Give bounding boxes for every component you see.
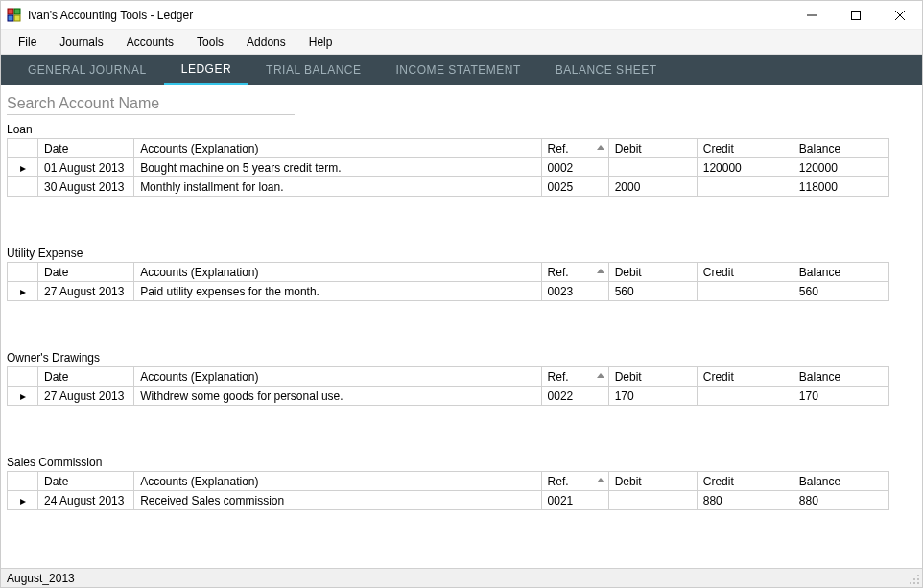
column-header-row[interactable]	[8, 263, 38, 282]
cell-credit[interactable]	[697, 177, 793, 197]
tab-balance-sheet[interactable]: BALANCE SHEET	[538, 55, 674, 85]
svg-point-13	[913, 578, 915, 580]
cell-credit[interactable]	[697, 282, 793, 301]
svg-rect-0	[8, 9, 13, 14]
cell-credit[interactable]: 120000	[697, 158, 793, 177]
menu-tools[interactable]: Tools	[185, 32, 235, 53]
column-header-ref[interactable]: Ref.	[541, 367, 608, 387]
column-header-credit[interactable]: Credit	[697, 367, 793, 387]
column-header-balance[interactable]: Balance	[793, 367, 888, 387]
cell-ref[interactable]: 0022	[541, 387, 608, 406]
column-header-explanation[interactable]: Accounts (Explanation)	[134, 367, 541, 387]
column-header-debit[interactable]: Debit	[608, 472, 697, 491]
account-section: Utility ExpenseDateAccounts (Explanation…	[7, 245, 922, 301]
cell-balance[interactable]: 118000	[793, 177, 888, 197]
cell-debit[interactable]	[608, 491, 697, 510]
column-header-balance[interactable]: Balance	[793, 263, 888, 282]
column-header-explanation[interactable]: Accounts (Explanation)	[134, 472, 541, 491]
column-header-balance[interactable]: Balance	[793, 139, 888, 158]
minimize-button[interactable]	[790, 1, 834, 30]
ledger-table[interactable]: DateAccounts (Explanation)Ref.DebitCredi…	[7, 471, 889, 510]
cell-ref[interactable]: 0023	[541, 282, 608, 301]
row-indicator-icon[interactable]: ▸	[8, 387, 38, 406]
column-header-date[interactable]: Date	[38, 263, 134, 282]
cell-explanation[interactable]: Bought machine on 5 years credit term.	[134, 158, 541, 177]
cell-debit[interactable]	[608, 158, 697, 177]
tab-trial-balance[interactable]: TRIAL BALANCE	[248, 55, 378, 85]
tab-general-journal[interactable]: GENERAL JOURNAL	[11, 55, 164, 85]
table-row[interactable]: ▸24 August 2013Received Sales commission…	[8, 491, 889, 510]
cell-balance[interactable]: 120000	[793, 158, 888, 177]
table-row[interactable]: 30 August 2013Monthly installment for lo…	[8, 177, 889, 197]
maximize-button[interactable]	[834, 1, 878, 30]
column-header-debit[interactable]: Debit	[608, 367, 697, 387]
cell-credit[interactable]	[697, 387, 793, 406]
column-header-credit[interactable]: Credit	[697, 263, 793, 282]
menu-addons[interactable]: Addons	[235, 32, 297, 53]
column-header-balance[interactable]: Balance	[793, 472, 888, 491]
column-header-row[interactable]	[8, 367, 38, 387]
cell-balance[interactable]: 560	[793, 282, 888, 301]
cell-explanation[interactable]: Withdrew some goods for personal use.	[134, 387, 541, 406]
titlebar: Ivan's Accounting Tools - Ledger	[1, 1, 922, 30]
menu-help[interactable]: Help	[297, 32, 344, 53]
cell-date[interactable]: 30 August 2013	[38, 177, 134, 197]
cell-explanation[interactable]: Paid utility expenses for the month.	[134, 282, 541, 301]
table-row[interactable]: ▸01 August 2013Bought machine on 5 years…	[8, 158, 889, 177]
account-name-label: Utility Expense	[7, 245, 922, 262]
cell-ref[interactable]: 0021	[541, 491, 608, 510]
column-header-credit[interactable]: Credit	[697, 472, 793, 491]
tabbar: GENERAL JOURNAL LEDGER TRIAL BALANCE INC…	[1, 55, 922, 85]
svg-marker-9	[597, 269, 604, 273]
column-header-ref[interactable]: Ref.	[541, 263, 608, 282]
column-header-row[interactable]	[8, 472, 38, 491]
ledger-table[interactable]: DateAccounts (Explanation)Ref.DebitCredi…	[7, 262, 889, 301]
cell-ref[interactable]: 0025	[541, 177, 608, 197]
cell-date[interactable]: 27 August 2013	[38, 387, 134, 406]
cell-debit[interactable]: 2000	[608, 177, 697, 197]
column-header-date[interactable]: Date	[38, 472, 134, 491]
row-indicator-icon[interactable]: ▸	[8, 491, 38, 510]
row-indicator-icon[interactable]: ▸	[8, 158, 38, 177]
cell-date[interactable]: 27 August 2013	[38, 282, 134, 301]
column-header-ref[interactable]: Ref.	[541, 139, 608, 158]
table-row[interactable]: ▸27 August 2013Paid utility expenses for…	[8, 282, 889, 301]
svg-point-15	[910, 582, 911, 584]
tab-ledger[interactable]: LEDGER	[164, 55, 248, 85]
menu-journals[interactable]: Journals	[48, 32, 114, 53]
cell-date[interactable]: 24 August 2013	[38, 491, 134, 510]
column-header-date[interactable]: Date	[38, 367, 134, 387]
column-header-explanation[interactable]: Accounts (Explanation)	[134, 263, 541, 282]
cell-ref[interactable]: 0002	[541, 158, 608, 177]
account-name-label: Loan	[7, 121, 922, 138]
column-header-date[interactable]: Date	[38, 139, 134, 158]
status-text: August_2013	[7, 572, 75, 585]
cell-debit[interactable]: 560	[608, 282, 697, 301]
column-header-ref[interactable]: Ref.	[541, 472, 608, 491]
column-header-row[interactable]	[8, 139, 38, 158]
resize-grip-icon[interactable]	[909, 574, 920, 585]
table-row[interactable]: ▸27 August 2013Withdrew some goods for p…	[8, 387, 889, 406]
column-header-explanation[interactable]: Accounts (Explanation)	[134, 139, 541, 158]
cell-date[interactable]: 01 August 2013	[38, 158, 134, 177]
cell-balance[interactable]: 170	[793, 387, 888, 406]
cell-explanation[interactable]: Monthly installment for loan.	[134, 177, 541, 197]
close-button[interactable]	[878, 1, 922, 30]
column-header-debit[interactable]: Debit	[608, 139, 697, 158]
ledger-table[interactable]: DateAccounts (Explanation)Ref.DebitCredi…	[7, 138, 889, 197]
column-header-credit[interactable]: Credit	[697, 139, 793, 158]
ledger-content[interactable]: LoanDateAccounts (Explanation)Ref.DebitC…	[1, 121, 922, 568]
row-indicator-icon[interactable]	[8, 177, 38, 197]
cell-credit[interactable]: 880	[697, 491, 793, 510]
cell-balance[interactable]: 880	[793, 491, 888, 510]
menu-accounts[interactable]: Accounts	[115, 32, 185, 53]
row-indicator-icon[interactable]: ▸	[8, 282, 38, 301]
cell-explanation[interactable]: Received Sales commission	[134, 491, 541, 510]
column-header-debit[interactable]: Debit	[608, 263, 697, 282]
tab-income-statement[interactable]: INCOME STATEMENT	[379, 55, 538, 85]
svg-rect-1	[14, 9, 20, 14]
ledger-table[interactable]: DateAccounts (Explanation)Ref.DebitCredi…	[7, 366, 889, 406]
cell-debit[interactable]: 170	[608, 387, 697, 406]
menu-file[interactable]: File	[7, 32, 48, 53]
search-input[interactable]	[7, 93, 295, 115]
